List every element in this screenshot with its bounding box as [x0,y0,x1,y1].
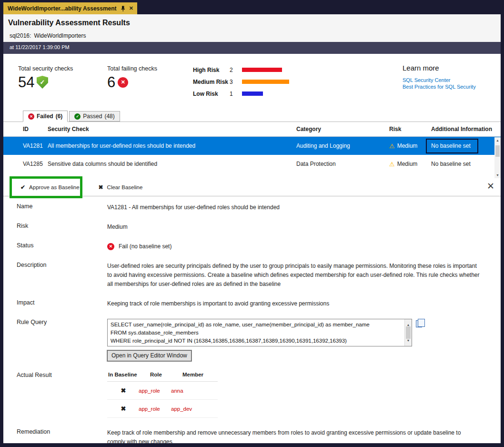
ar-col-member: Member [182,372,216,377]
cell-security-check: All memberships for user-defined roles s… [48,142,296,149]
tab-failed[interactable]: ✕ Failed (6) [23,111,68,122]
low-risk-label: Low Risk [193,91,230,97]
scrollbar-thumb[interactable] [406,326,411,339]
detail-row-name: Name VA1281 - All memberships for user-d… [3,203,501,212]
failing-checks-value: 6 [107,75,115,90]
high-risk-label: High Risk [193,67,230,73]
cell-risk: Medium [397,161,418,167]
page-header: Vulnerability Assessment Results sql2016… [3,14,501,42]
learn-more-title: Learn more [403,64,476,72]
scan-timestamp: at 11/22/2017 1:39:00 PM [3,42,501,54]
remediation-value: Keep track of role membership and remove… [107,428,480,443]
failed-tab-icon: ✕ [28,113,34,120]
low-risk-bar [242,91,263,96]
risk-legend: High Risk 2 Medium Risk 3 Low Risk 1 [193,64,289,100]
ar-col-in-baseline: In Baseline [107,372,150,377]
server-name: sql2016: [10,32,31,39]
medium-risk-bar [242,80,289,84]
passed-tab-count: (48) [104,113,114,120]
cell-id: VA1281 [3,142,48,149]
link-best-practices[interactable]: Best Practices for SQL Security [403,84,476,90]
results-tabstrip: ✕ Failed (6) ✓ Passed (48) [3,110,501,122]
not-in-baseline-icon: ✖ [107,387,139,394]
col-header-additional-information[interactable]: Additional Information [431,126,501,132]
risk-row-medium: Medium Risk 3 [193,76,289,88]
copy-query-icon[interactable] [416,320,422,327]
status-value: Fail (no baseline set) [119,242,171,251]
tab-close-icon[interactable]: ✕ [129,6,133,11]
failing-checks-label: Total failing checks [107,65,157,72]
failed-tab-label: Failed [37,113,53,120]
name-value: VA1281 - All memberships for user-define… [107,203,480,212]
col-header-risk[interactable]: Risk [389,126,431,132]
server-database-line: sql2016:WideWorldImporters [10,32,501,39]
risk-row-low: Low Risk 1 [193,88,289,100]
ar-role-value: app_role [139,388,171,394]
col-header-security-check[interactable]: Security Check [48,126,296,132]
high-risk-bar [242,68,282,72]
grid-header-row: ID Security Check Category Risk Addition… [3,122,501,137]
actual-result-header: In Baseline Role Member [107,372,218,382]
cell-additional-info: No baseline set [431,161,501,167]
document-tab-title: WideWorldImporter...ability Assessment [8,5,117,12]
details-close-icon[interactable]: ✕ [487,182,494,191]
cell-security-check: Sensitive data columns should be identif… [48,161,296,167]
high-risk-count: 2 [230,67,242,73]
table-row-va1285[interactable]: VA1285 Sensitive data columns should be … [3,155,501,173]
warning-icon: ⚠ [389,143,395,149]
actual-result-row: ✖ app_role app_dev [107,400,218,418]
total-checks-value: 54 [18,75,34,90]
medium-risk-label: Medium Risk [193,79,230,85]
actual-result-row: ✖ app_role anna [107,382,218,400]
risk-value: Medium [107,223,480,232]
title-bar: WideWorldImporter...ability Assessment ✕ [0,0,504,14]
detail-row-impact: Impact Keeping track of role memberships… [3,299,501,308]
actual-result-label: Actual Result [3,372,107,418]
risk-label: Risk [3,223,107,232]
risk-row-high: High Risk 2 [193,64,289,76]
grid-scrollbar[interactable]: ▲ ▼ [494,137,501,178]
scroll-up-icon[interactable]: ▲ [496,139,499,142]
col-header-category[interactable]: Category [296,126,389,132]
summary-section: Total security checks 54 ✓ Total failing… [3,54,501,110]
baseline-toolbar: ✔ Approve as Baseline ✖ Clear Baseline ✕ [3,179,501,196]
rule-query-label: Rule Query [3,319,107,361]
cell-additional-info-focused[interactable]: No baseline set [426,139,478,153]
approve-check-icon: ✔ [20,184,25,190]
approve-as-baseline-label: Approve as Baseline [29,184,79,190]
name-label: Name [3,203,107,212]
shield-check-icon: ✓ [36,76,48,89]
tab-passed[interactable]: ✓ Passed (48) [69,111,120,122]
actual-result-table: In Baseline Role Member ✖ app_role anna … [107,372,218,418]
scrollbar-thumb[interactable] [495,145,500,157]
cell-risk: Medium [397,142,418,149]
clear-baseline-button[interactable]: ✖ Clear Baseline [99,184,143,190]
ar-role-value: app_role [139,406,171,412]
detail-row-actual-result: Actual Result In Baseline Role Member ✖ … [3,372,501,418]
fail-circle-icon: ✕ [118,77,128,88]
approve-as-baseline-button[interactable]: ✔ Approve as Baseline [20,184,80,190]
detail-row-rule-query: Rule Query SELECT user_name(role_princip… [3,319,501,361]
total-checks-label: Total security checks [18,65,73,72]
description-value: User-defined roles are security principa… [107,262,480,289]
cell-category: Data Protection [296,161,389,167]
impact-value: Keeping track of role memberships is imp… [107,299,480,308]
clear-baseline-label: Clear Baseline [107,184,143,190]
scroll-down-icon[interactable]: ▼ [496,173,499,177]
impact-label: Impact [3,299,107,308]
details-panel: Name VA1281 - All memberships for user-d… [3,196,501,443]
col-header-id[interactable]: ID [3,126,48,132]
rule-query-textbox[interactable]: SELECT user_name(role_principal_id) as r… [107,319,412,346]
document-tab[interactable]: WideWorldImporter...ability Assessment ✕ [3,2,137,14]
query-line: FROM sys.database_role_members [111,329,402,337]
detail-row-description: Description User-defined roles are secur… [3,262,501,289]
description-label: Description [3,262,107,289]
remediation-label: Remediation [3,428,107,443]
pin-icon[interactable] [121,6,125,11]
medium-risk-count: 3 [230,79,242,85]
open-in-query-editor-button[interactable]: Open in Query Editor Window [107,350,192,361]
query-scrollbar[interactable]: ▲ ▼ [404,319,412,346]
table-row-va1281[interactable]: VA1281 All memberships for user-defined … [3,137,501,155]
cell-id: VA1285 [3,161,48,167]
link-sql-security-center[interactable]: SQL Security Center [403,77,476,83]
